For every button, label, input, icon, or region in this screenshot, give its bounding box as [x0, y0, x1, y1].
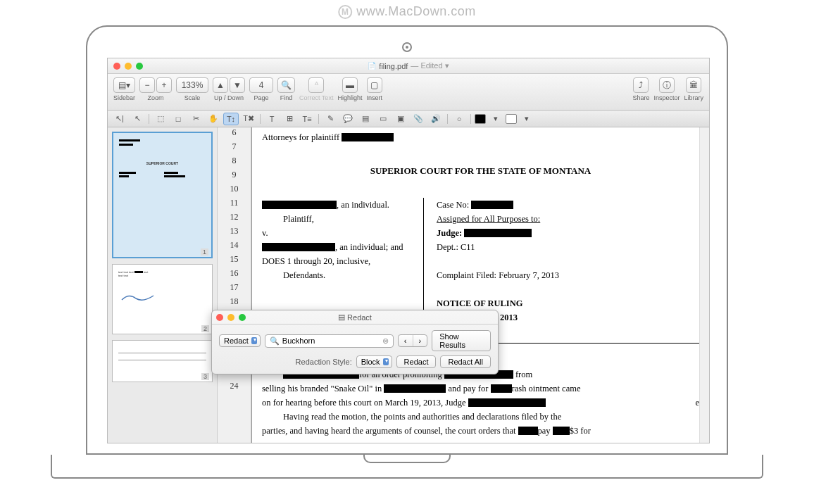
text: selling his branded "Snake Oil" in: [262, 384, 382, 394]
search-icon: 🔍: [270, 336, 280, 346]
insert-button[interactable]: ▢: [367, 77, 382, 93]
inspector-button[interactable]: ⓘ: [659, 77, 675, 93]
redact-panel-title: ▤ Redact: [338, 313, 372, 322]
share-label: Share: [632, 94, 649, 101]
redaction-bar: [471, 201, 513, 209]
text: DOES 1 through 20, inclusive,: [262, 256, 370, 267]
redact-all-button[interactable]: Redact All: [440, 355, 491, 368]
thumb-pagenum: 2: [201, 325, 209, 332]
text: Judge:: [437, 228, 462, 239]
line-num: 6: [218, 127, 251, 141]
scale-group: 133% Scale: [176, 77, 208, 101]
redact-panel-titlebar[interactable]: ▤ Redact: [212, 310, 498, 325]
highlight-button[interactable]: ▬: [342, 77, 358, 93]
redaction-bar: [518, 427, 538, 435]
thumbnail-3[interactable]: 3: [112, 340, 213, 382]
sidebar-group: ▤▾ Sidebar: [113, 77, 135, 101]
vertical-scrollbar[interactable]: [699, 127, 709, 443]
line-num: 9: [218, 170, 251, 184]
redact-search-input[interactable]: [282, 336, 380, 345]
stroke-color[interactable]: [475, 114, 486, 124]
next-button[interactable]: ›: [413, 335, 427, 346]
insert-label: Insert: [366, 94, 382, 101]
sound-tool[interactable]: 🔊: [428, 113, 444, 125]
link-tool[interactable]: ▭: [375, 113, 391, 125]
app-window: 📄 filing.pdf — Edited ▾ ▤▾ Sidebar − + Z…: [107, 58, 710, 443]
select-area-tool[interactable]: ⬚: [153, 113, 168, 125]
page-up-button[interactable]: ▲: [213, 77, 228, 93]
text: , an individual.: [337, 200, 389, 210]
stroke-menu[interactable]: ▾: [488, 113, 503, 125]
redaction-bar: [464, 229, 532, 237]
redaction-style-select[interactable]: Block: [356, 355, 392, 368]
watermark-icon: M: [338, 5, 352, 19]
redaction-bar: [342, 133, 394, 141]
redaction-bar: [384, 384, 446, 393]
share-button[interactable]: ⤴: [633, 77, 649, 93]
line-num: 8: [218, 156, 251, 170]
share-group: ⤴ Share: [632, 77, 649, 101]
sidebar-button[interactable]: ▤▾: [113, 77, 135, 93]
highlight-label: Highlight: [337, 94, 362, 101]
text-box-tool[interactable]: T: [264, 113, 280, 125]
highlight-pen-tool[interactable]: ✎: [323, 113, 338, 125]
correct-text-button[interactable]: ᴬ: [308, 77, 324, 93]
panel-zoom-button[interactable]: [239, 314, 246, 321]
edited-indicator[interactable]: — Edited ▾: [411, 61, 449, 70]
redact-button[interactable]: Redact: [396, 355, 437, 368]
show-results-button[interactable]: Show Results: [432, 330, 491, 351]
thumbnail-2[interactable]: text text text texttext text 2: [112, 264, 213, 334]
stamp-tool[interactable]: ▣: [393, 113, 408, 125]
text: rash ointment came: [512, 384, 581, 394]
shape-tool[interactable]: ○: [451, 113, 467, 125]
zoom-out-button[interactable]: −: [139, 77, 155, 93]
panel-close-button[interactable]: [216, 314, 223, 321]
rect-tool[interactable]: □: [170, 113, 186, 125]
zoom-button[interactable]: [136, 63, 143, 70]
page-field[interactable]: 4: [249, 77, 273, 93]
text: Dept.: C11: [437, 242, 475, 253]
redaction-style-label: Redaction Style:: [296, 358, 352, 366]
text-select-tool[interactable]: T↕: [223, 113, 239, 125]
redact-search-field[interactable]: 🔍 ⊗: [265, 334, 394, 348]
attach-tool[interactable]: 📎: [411, 113, 426, 125]
thumb-pagenum: 1: [201, 248, 208, 256]
content-area: SUPERIOR COURT 1 text text text texttext…: [108, 127, 709, 443]
library-label: Library: [684, 94, 703, 101]
form-field-tool[interactable]: ⊞: [282, 113, 297, 125]
prev-button[interactable]: ‹: [399, 335, 413, 346]
text: Defendants.: [283, 270, 325, 281]
document-page[interactable]: Attorneys for plaintiff SUPERIOR COURT F…: [251, 127, 709, 443]
updown-label: Up / Down: [214, 94, 244, 101]
library-button[interactable]: 🏛: [686, 77, 701, 93]
page-down-button[interactable]: ▼: [230, 77, 245, 93]
crop-tool[interactable]: ✂: [188, 113, 204, 125]
pointer-tool[interactable]: ↖: [130, 113, 145, 125]
sidebar-label: Sidebar: [113, 94, 135, 101]
close-button[interactable]: [113, 63, 120, 70]
scale-field[interactable]: 133%: [176, 77, 208, 93]
thumbnail-sidebar[interactable]: SUPERIOR COURT 1 text text text texttext…: [108, 127, 218, 443]
fill-color[interactable]: [506, 114, 517, 124]
text: , an individual; and: [335, 242, 403, 253]
thumbnail-1[interactable]: SUPERIOR COURT 1: [112, 132, 213, 258]
redaction-bar: [491, 384, 512, 393]
comment-tool[interactable]: 💬: [340, 113, 356, 125]
arrow-tool[interactable]: ↖|: [112, 113, 127, 125]
redact-tool[interactable]: T✖: [241, 113, 256, 125]
text-align-tool[interactable]: T≡: [299, 113, 315, 125]
panel-minimize-button[interactable]: [227, 314, 234, 321]
clear-icon[interactable]: ⊗: [382, 336, 389, 346]
line-num: 7: [218, 141, 251, 156]
pan-tool[interactable]: ✋: [206, 113, 221, 125]
minimize-button[interactable]: [125, 63, 132, 70]
zoom-in-button[interactable]: +: [156, 77, 172, 93]
text: from: [515, 370, 532, 380]
fill-menu[interactable]: ▾: [519, 113, 534, 125]
correct-text-group: ᴬ Correct Text: [299, 77, 333, 101]
line-num: 15: [218, 254, 251, 268]
find-button[interactable]: 🔍: [277, 77, 295, 93]
redact-mode-select[interactable]: Redact: [219, 334, 261, 347]
line-num: 18: [218, 296, 251, 310]
note-tool[interactable]: ▤: [358, 113, 373, 125]
